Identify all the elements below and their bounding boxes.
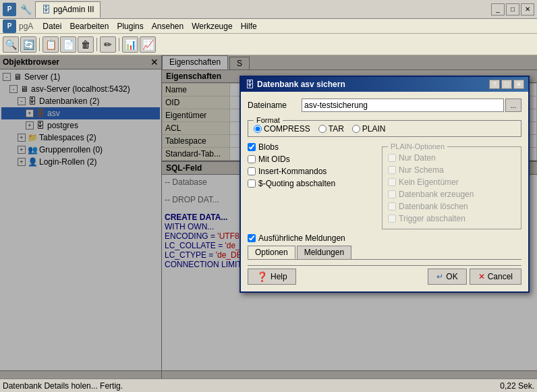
cb-mitoids[interactable]: Mit OIDs	[248, 155, 375, 164]
modal-title: Datenbank asv sichern	[257, 80, 345, 89]
cb-insert-label: Insert-Kommandos	[258, 167, 327, 176]
cb-kein-eigentumer-label: Kein Eigentümer	[399, 177, 459, 187]
options-area: Blobs Mit OIDs Insert-Kommandos $-Q	[248, 142, 521, 229]
backup-dialog: 🗄 Datenbank asv sichern ? □ ✕ Dateiname …	[239, 76, 530, 293]
left-options: Blobs Mit OIDs Insert-Kommandos $-Q	[248, 142, 375, 229]
cb-insert-input[interactable]	[248, 167, 256, 175]
modal-content: Dateiname ... Format COMPRESS TAR	[241, 92, 528, 291]
cb-blobs-label: Blobs	[258, 142, 279, 152]
help-button[interactable]: ❓ Help	[248, 269, 296, 285]
status-message: Datenbank Details holen... Fertig.	[3, 381, 123, 391]
ok-label: OK	[446, 272, 457, 281]
menu-bearbeiten[interactable]: Bearbeiten	[65, 20, 113, 32]
db-icon: 🗄	[41, 4, 51, 15]
cb-verbose-input[interactable]	[248, 234, 256, 242]
cb-db-erzeugen: Datenbank erzeugen	[388, 190, 515, 199]
menu-plugins[interactable]: Plugins	[113, 20, 147, 32]
toolbar-btn-5[interactable]: 🗑	[78, 36, 94, 53]
pgadmin-label: pgA	[19, 22, 33, 31]
radio-plain-input[interactable]	[352, 125, 360, 133]
menu-datei[interactable]: Datei	[38, 20, 65, 32]
format-radio-group: COMPRESS TAR PLAIN	[254, 124, 515, 134]
dialog-db-icon: 🗄	[245, 79, 254, 90]
minimize-btn-top[interactable]: _	[491, 3, 505, 16]
tool-icon: 🔧	[19, 3, 32, 16]
footer-right: ↵ OK ✕ Cancel	[428, 269, 521, 285]
toolbar: 🔍 🔄 📋 📄 🗑 ✏ 📊 📈	[0, 34, 537, 55]
modal-close-winbtn[interactable]: ✕	[513, 80, 524, 89]
cb-nur-daten: Nur Daten	[388, 153, 515, 163]
modal-tab-optionen[interactable]: Optionen	[248, 246, 295, 259]
toolbar-btn-6[interactable]: ✏	[100, 36, 116, 53]
taskbar-tab[interactable]: 🗄 pgAdmin III	[35, 1, 101, 18]
cb-nur-daten-input	[388, 154, 396, 162]
maximize-btn-top[interactable]: □	[506, 3, 519, 16]
cb-insert[interactable]: Insert-Kommandos	[248, 167, 375, 176]
modal-tabs: Optionen Meldungen	[248, 246, 521, 260]
cb-quoting-label: $-Quoting abschalten	[258, 179, 335, 188]
cb-trigger: Trigger abschalten	[388, 214, 515, 223]
filename-row: Dateiname ...	[248, 99, 521, 112]
toolbar-btn-2[interactable]: 🔄	[20, 36, 36, 53]
toolbar-sep-2	[96, 38, 97, 51]
close-btn-top[interactable]: ✕	[521, 3, 534, 16]
radio-tar-input[interactable]	[318, 125, 327, 133]
ok-button[interactable]: ↵ OK	[428, 269, 466, 285]
win-controls-top: _ □ ✕	[491, 3, 534, 16]
toolbar-btn-4[interactable]: 📄	[60, 36, 76, 53]
cancel-label: Cancel	[488, 272, 513, 281]
cb-blobs-input[interactable]	[248, 143, 256, 151]
cancel-button[interactable]: ✕ Cancel	[470, 269, 521, 285]
browse-btn[interactable]: ...	[505, 99, 521, 112]
modal-win-btns: ? □ ✕	[489, 80, 524, 89]
cb-db-erzeugen-input	[388, 190, 396, 198]
radio-plain[interactable]: PLAIN	[352, 124, 386, 134]
cb-nur-daten-label: Nur Daten	[399, 153, 436, 163]
radio-tar[interactable]: TAR	[318, 124, 344, 134]
toolbar-btn-7[interactable]: 📊	[122, 36, 138, 53]
status-time: 0,22 Sek.	[500, 381, 534, 391]
menu-hilfe[interactable]: Hilfe	[237, 20, 261, 32]
app-icon: P	[3, 3, 16, 16]
menubar: P pgA Datei Bearbeiten Plugins Ansehen W…	[0, 19, 537, 34]
menu-ansehen[interactable]: Ansehen	[148, 20, 188, 32]
toolbar-btn-1[interactable]: 🔍	[3, 36, 19, 53]
cb-db-loschen-input	[388, 202, 396, 211]
modal-footer: ❓ Help ↵ OK ✕ Cancel	[248, 265, 521, 285]
cb-db-loschen: Datenbank löschen	[388, 202, 515, 211]
statusbar: Datenbank Details holen... Fertig. 0,22 …	[0, 379, 537, 392]
radio-plain-label: PLAIN	[362, 124, 386, 134]
content-area: Objektbrowser ✕ - 🖥 Server (1) - 🖥 asv-S…	[0, 55, 537, 379]
menu-werkzeuge[interactable]: Werkzeuge	[188, 20, 236, 32]
cb-verbose[interactable]: Ausführliche Meldungen	[248, 233, 521, 243]
toolbar-sep-1	[39, 38, 40, 51]
modal-max-winbtn[interactable]: □	[501, 80, 512, 89]
help-label: Help	[271, 272, 287, 281]
cb-blobs[interactable]: Blobs	[248, 142, 375, 152]
ok-icon: ↵	[436, 272, 443, 281]
app-logo: P	[3, 20, 16, 33]
tab-label: pgAdmin III	[53, 5, 94, 14]
filename-label: Dateiname	[248, 101, 302, 110]
cb-trigger-input	[388, 215, 396, 223]
radio-compress-input[interactable]	[254, 125, 262, 133]
toolbar-btn-3[interactable]: 📋	[43, 36, 59, 53]
cb-mitoids-label: Mit OIDs	[258, 155, 290, 164]
radio-compress[interactable]: COMPRESS	[254, 124, 310, 134]
toolbar-btn-8[interactable]: 📈	[140, 36, 156, 53]
cb-trigger-label: Trigger abschalten	[399, 214, 465, 223]
modal-help-winbtn[interactable]: ?	[489, 80, 500, 89]
cb-quoting-input[interactable]	[248, 179, 256, 188]
filename-input[interactable]	[302, 99, 504, 112]
cb-db-loschen-label: Datenbank löschen	[399, 202, 468, 211]
radio-tar-label: TAR	[329, 124, 344, 134]
cb-db-erzeugen-label: Datenbank erzeugen	[399, 190, 474, 199]
format-legend: Format	[254, 116, 283, 124]
cb-mitoids-input[interactable]	[248, 155, 256, 163]
cb-nur-schema: Nur Schema	[388, 165, 515, 175]
help-icon: ❓	[256, 271, 268, 282]
main-container: P pgA Datei Bearbeiten Plugins Ansehen W…	[0, 19, 537, 392]
modal-tab-meldungen[interactable]: Meldungen	[297, 246, 351, 259]
cb-nur-schema-input	[388, 166, 396, 174]
cb-quoting[interactable]: $-Quoting abschalten	[248, 179, 375, 188]
